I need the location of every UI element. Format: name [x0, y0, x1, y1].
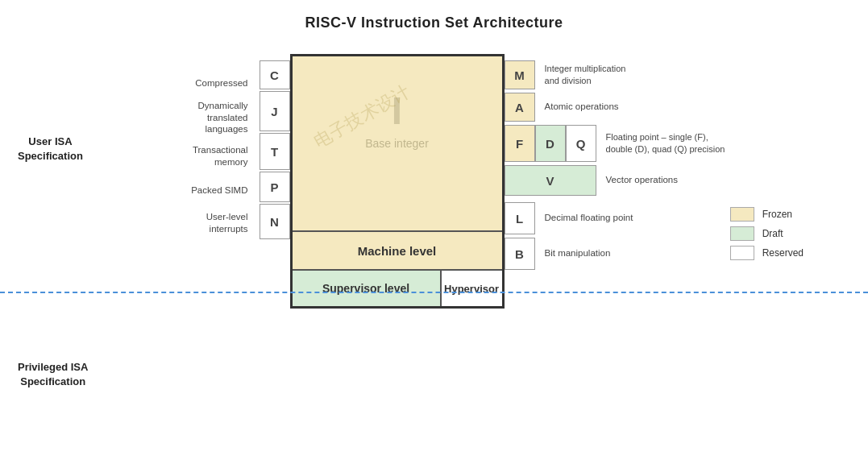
right-label-a: Atomic operations — [545, 93, 619, 123]
diagram-area: User ISA Specification Privileged ISA Sp… — [0, 54, 868, 309]
draft-label: Draft — [762, 228, 783, 239]
ext-box-a: A — [505, 93, 535, 122]
right-row-v: V Vector operations — [505, 165, 679, 197]
left-labels: Compressed Dynamically translated langua… — [143, 60, 248, 241]
ext-box-p: P — [260, 172, 290, 202]
legend-reserved: Reserved — [730, 246, 804, 260]
right-label-m: Integer multiplication and division — [545, 60, 626, 91]
supervisor-box: Supervisor level — [293, 271, 442, 306]
v-label: Vector operations — [606, 165, 679, 196]
right-row-fdq: F D Q Floating point – single (F), doubl… — [505, 125, 725, 164]
base-sublabel: Base integer — [365, 137, 429, 150]
ext-box-l: L — [505, 202, 535, 234]
page-title: RISC-V Instruction Set Architecture — [305, 14, 563, 31]
right-row-l: L Decimal floating point — [505, 202, 633, 236]
b-label: Bit manipulation — [545, 238, 611, 270]
transactional-label: Transactional memory — [193, 138, 248, 175]
right-extensions: M Integer multiplication and division A … — [505, 60, 725, 271]
compressed-label: Compressed — [195, 68, 247, 97]
right-row-a: A Atomic operations — [505, 93, 619, 123]
legend-frozen: Frozen — [730, 207, 804, 222]
frozen-box — [730, 207, 754, 222]
legend-draft: Draft — [730, 226, 804, 241]
center-diagram: C J T P N I Base integer 电子技术设计 Machine … — [260, 54, 725, 309]
ext-box-b: B — [505, 238, 535, 270]
ext-box-f: F — [505, 125, 535, 162]
main-box: I Base integer 电子技术设计 Machine level Supe… — [290, 54, 505, 309]
base-i: I — [392, 89, 402, 133]
ext-box-d: D — [535, 125, 566, 162]
right-label-l: Decimal floating point — [545, 202, 633, 236]
reserved-label: Reserved — [762, 247, 804, 259]
fdq-label: Floating point – single (F), double (D),… — [606, 125, 725, 162]
page: RISC-V Instruction Set Architecture User… — [0, 0, 868, 464]
ext-box-q: Q — [566, 125, 596, 162]
frozen-label: Frozen — [762, 209, 792, 220]
draft-box — [730, 226, 754, 241]
user-isa-label: User ISA Specification — [18, 135, 83, 164]
right-row-m: M Integer multiplication and division — [505, 60, 626, 91]
ext-box-m: M — [505, 60, 535, 89]
m-label: Integer multiplication and division — [545, 60, 626, 89]
legend: Frozen Draft Reserved — [730, 207, 804, 260]
packed-label: Packed SIMD — [191, 175, 247, 205]
right-label-fdq: Floating point – single (F), double (D),… — [606, 125, 725, 164]
a-label: Atomic operations — [545, 93, 619, 122]
right-row-b: B Bit manipulation — [505, 238, 611, 271]
right-label-v: Vector operations — [606, 165, 679, 197]
main-box-upper: I Base integer 电子技术设计 — [293, 56, 502, 230]
reserved-box — [730, 246, 754, 260]
ext-box-t: T — [260, 133, 290, 170]
ext-box-c: C — [260, 60, 290, 89]
machine-level-box: Machine level — [293, 230, 502, 269]
left-extensions: C J T P N — [260, 60, 290, 241]
ext-box-j: J — [260, 91, 290, 131]
supervisor-row: Supervisor level Hypervisor — [293, 269, 502, 306]
ext-box-n: N — [260, 204, 290, 239]
ext-box-v: V — [505, 165, 596, 196]
user-level-label: User-level interrupts — [206, 205, 248, 241]
privileged-isa-label: Privileged ISA Specification — [18, 360, 88, 389]
right-label-b: Bit manipulation — [545, 238, 611, 271]
l-label: Decimal floating point — [545, 202, 633, 234]
dynamically-label: Dynamically translated languages — [198, 97, 248, 138]
hypervisor-box: Hypervisor — [442, 271, 502, 306]
